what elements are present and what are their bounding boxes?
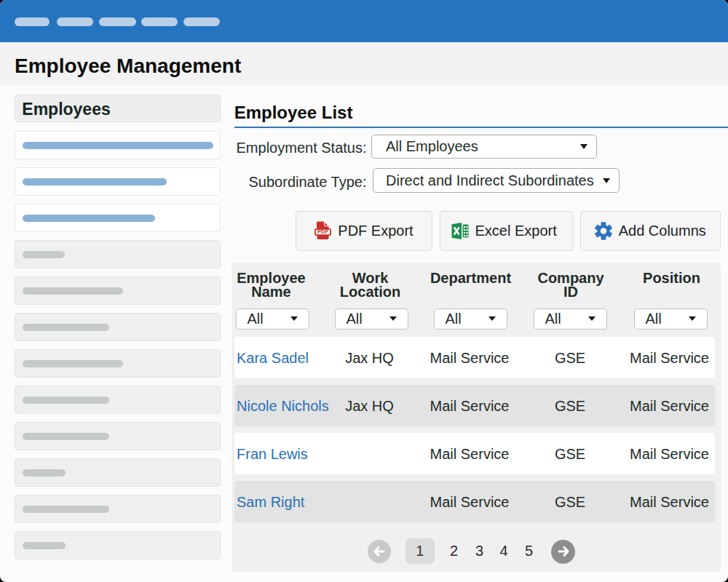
svg-text:PDF: PDF: [317, 229, 328, 236]
